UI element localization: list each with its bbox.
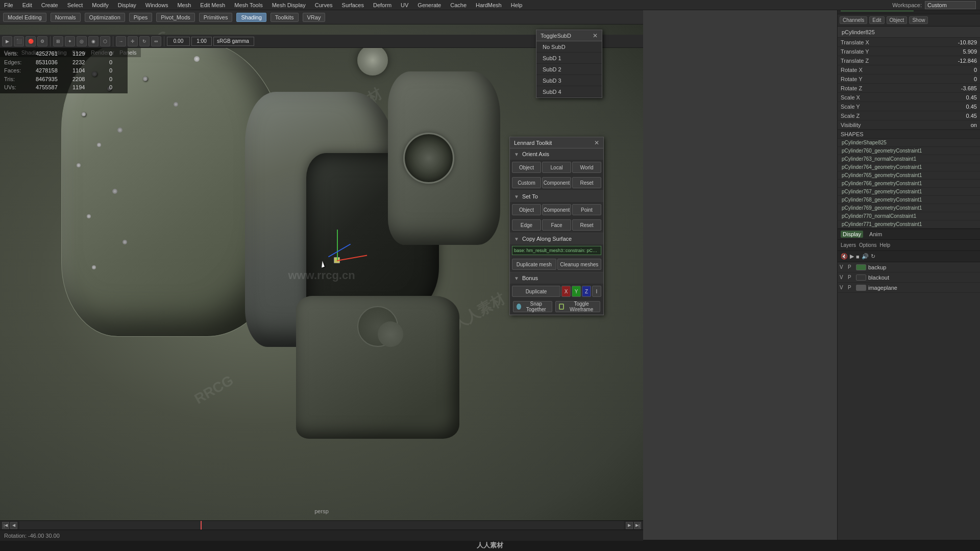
cb-show-btn[interactable]: Show bbox=[909, 16, 928, 24]
prev-frame-btn[interactable]: ◀ bbox=[10, 522, 17, 529]
subd-2[interactable]: SubD 2 bbox=[536, 64, 602, 75]
bonus-duplicate-btn[interactable]: Duplicate bbox=[512, 286, 560, 297]
duplicate-mesh-btn[interactable]: Duplicate mesh bbox=[512, 259, 556, 270]
time-track[interactable] bbox=[19, 521, 624, 530]
layer-v2[interactable]: V bbox=[840, 274, 846, 280]
toolbar-optimization[interactable]: Optimization bbox=[85, 13, 125, 22]
shape-item-5[interactable]: pCylinder766_geometryConstraint1 bbox=[838, 180, 980, 188]
subd-no[interactable]: No SubD bbox=[536, 41, 602, 53]
anim-tab[interactable]: Anim bbox=[867, 231, 884, 238]
cb-rotate-z-row[interactable]: Rotate Z -3.685 bbox=[838, 84, 980, 93]
shape-item-9[interactable]: pCylinder770_normalConstraint1 bbox=[838, 212, 980, 220]
snap-together-btn[interactable]: Snap Together bbox=[513, 301, 552, 312]
menu-create[interactable]: Create bbox=[40, 2, 59, 8]
set-to-object-btn[interactable]: Object bbox=[512, 204, 541, 215]
layer-p1[interactable]: P bbox=[848, 264, 854, 270]
menu-curves[interactable]: Curves bbox=[314, 2, 334, 8]
cb-translate-x-row[interactable]: Translate X -10.829 bbox=[838, 38, 980, 47]
layer-imageplane[interactable]: V P imageplane bbox=[838, 283, 980, 293]
tb-icon6[interactable]: ✦ bbox=[65, 36, 75, 46]
set-to-point-btn[interactable]: Point bbox=[572, 204, 601, 215]
subd-1[interactable]: SubD 1 bbox=[536, 53, 602, 64]
tb-select[interactable]: → bbox=[116, 36, 126, 46]
shape-item-7[interactable]: pCylinder768_geometryConstraint1 bbox=[838, 196, 980, 204]
workspace-dropdown[interactable]: Custom General Sculpting bbox=[925, 1, 976, 9]
shape-item-6[interactable]: pCylinder767_geometryConstraint1 bbox=[838, 188, 980, 196]
display-tab[interactable]: Display bbox=[841, 231, 863, 238]
orient-axis-header[interactable]: ▼ Orient Axis bbox=[510, 148, 603, 160]
bonus-y-btn[interactable]: Y bbox=[572, 286, 581, 297]
tb-icon2[interactable]: ⬛ bbox=[14, 36, 24, 46]
toolbar-normals[interactable]: Normals bbox=[51, 13, 81, 22]
toolbar-primitives[interactable]: Primitives bbox=[199, 13, 233, 22]
frame-input2[interactable]: 1:00 bbox=[191, 37, 212, 46]
shape-item-0[interactable]: pCylinderShape825 bbox=[838, 139, 980, 147]
layers-help-btn[interactable]: Help bbox=[879, 242, 890, 248]
layer-blackout[interactable]: V P blackout bbox=[838, 272, 980, 283]
copy-along-surface-header[interactable]: ▼ Copy Along Surface bbox=[510, 233, 603, 244]
menu-windows[interactable]: Windows bbox=[144, 2, 169, 8]
cb-translate-z-row[interactable]: Translate Z -12.846 bbox=[838, 56, 980, 65]
cb-channels-btn[interactable]: Channels bbox=[840, 16, 867, 24]
menu-meshtools[interactable]: Mesh Tools bbox=[233, 2, 263, 8]
lennard-close[interactable]: ✕ bbox=[594, 139, 599, 146]
shape-item-4[interactable]: pCylinder765_geometryConstraint1 bbox=[838, 171, 980, 180]
audio-play-btn[interactable]: ▶ bbox=[850, 253, 854, 260]
audio-loop-btn[interactable]: ↻ bbox=[871, 253, 875, 260]
tb-icon7[interactable]: ◎ bbox=[77, 36, 87, 46]
audio-vol-btn[interactable]: 🔊 bbox=[862, 253, 869, 260]
toolbar-vray[interactable]: VRay bbox=[303, 13, 326, 22]
menu-uv[interactable]: UV bbox=[400, 2, 409, 8]
color-space-dropdown[interactable]: sRGB gamma bbox=[213, 37, 254, 46]
tb-icon9[interactable]: ⬡ bbox=[100, 36, 110, 46]
tb-icon4[interactable]: ⚙ bbox=[37, 36, 47, 46]
cb-rotate-y-row[interactable]: Rotate Y 0 bbox=[838, 74, 980, 84]
layer-v1[interactable]: V bbox=[840, 264, 846, 270]
shape-item-2[interactable]: pCylinder763_normalConstraint1 bbox=[838, 155, 980, 163]
menu-generate[interactable]: Generate bbox=[416, 2, 442, 8]
time-slider[interactable]: |◀ ◀ ▶ ▶| bbox=[0, 520, 643, 530]
set-to-edge-btn[interactable]: Edge bbox=[512, 219, 541, 231]
toggle-wireframe-btn[interactable]: Toggle Wireframe bbox=[555, 301, 600, 312]
audio-mute-btn[interactable]: 🔇 bbox=[841, 253, 848, 260]
menu-mesh[interactable]: Mesh bbox=[176, 2, 192, 8]
layers-btn[interactable]: Layers bbox=[841, 242, 856, 248]
set-to-reset-btn2[interactable]: Reset bbox=[572, 219, 601, 231]
set-to-face-btn[interactable]: Face bbox=[542, 219, 571, 231]
subd-3[interactable]: SubD 3 bbox=[536, 75, 602, 86]
cb-edit-btn[interactable]: Edit bbox=[869, 16, 884, 24]
audio-stop-btn[interactable]: ■ bbox=[856, 254, 860, 260]
orient-object-btn[interactable]: Object bbox=[512, 162, 541, 173]
cb-rotate-x-row[interactable]: Rotate X 0 bbox=[838, 65, 980, 74]
toolbar-pivotmods[interactable]: Pivot_Mods bbox=[156, 13, 194, 22]
menu-edit[interactable]: Edit bbox=[21, 2, 33, 8]
layer-backup[interactable]: V P backup bbox=[838, 262, 980, 272]
cb-scale-y-row[interactable]: Scale Y 0.45 bbox=[838, 102, 980, 111]
menu-surfaces[interactable]: Surfaces bbox=[341, 2, 365, 8]
set-to-header[interactable]: ▼ Set To bbox=[510, 191, 603, 202]
layer-v3[interactable]: V bbox=[840, 285, 846, 290]
bonus-z-btn[interactable]: Z bbox=[582, 286, 591, 297]
menu-meshdisplay[interactable]: Mesh Display bbox=[271, 2, 307, 8]
menu-cache[interactable]: Cache bbox=[449, 2, 468, 8]
set-to-component-btn2[interactable]: Component bbox=[542, 204, 571, 215]
orient-component-btn1[interactable]: Component bbox=[542, 177, 571, 188]
cb-translate-y-row[interactable]: Translate Y 5.909 bbox=[838, 47, 980, 56]
tb-rotate[interactable]: ↻ bbox=[139, 36, 150, 46]
bonus-x-btn[interactable]: X bbox=[561, 286, 571, 297]
cb-scale-x-row[interactable]: Scale X 0.45 bbox=[838, 93, 980, 102]
cb-visibility-row[interactable]: Visibility on bbox=[838, 120, 980, 130]
shape-item-8[interactable]: pCylinder769_geometryConstraint1 bbox=[838, 204, 980, 212]
menu-file[interactable]: File bbox=[3, 2, 14, 8]
subd-4[interactable]: SubD 4 bbox=[536, 86, 602, 97]
next-frame-btn[interactable]: ▶ bbox=[626, 522, 633, 529]
layer-p3[interactable]: P bbox=[848, 285, 854, 290]
toggle-subd-close[interactable]: ✕ bbox=[593, 32, 598, 39]
orient-reset-btn1[interactable]: Reset bbox=[572, 177, 601, 188]
toolbar-modeling[interactable]: Model Editing bbox=[3, 13, 46, 22]
frame-input1[interactable]: 0.00 bbox=[167, 37, 190, 46]
cleanup-meshes-btn[interactable]: Cleanup meshes bbox=[557, 259, 602, 270]
cb-scale-z-row[interactable]: Scale Z 0.45 bbox=[838, 111, 980, 120]
tb-move[interactable]: ✛ bbox=[128, 36, 138, 46]
tb-icon3[interactable]: 🔴 bbox=[26, 36, 36, 46]
